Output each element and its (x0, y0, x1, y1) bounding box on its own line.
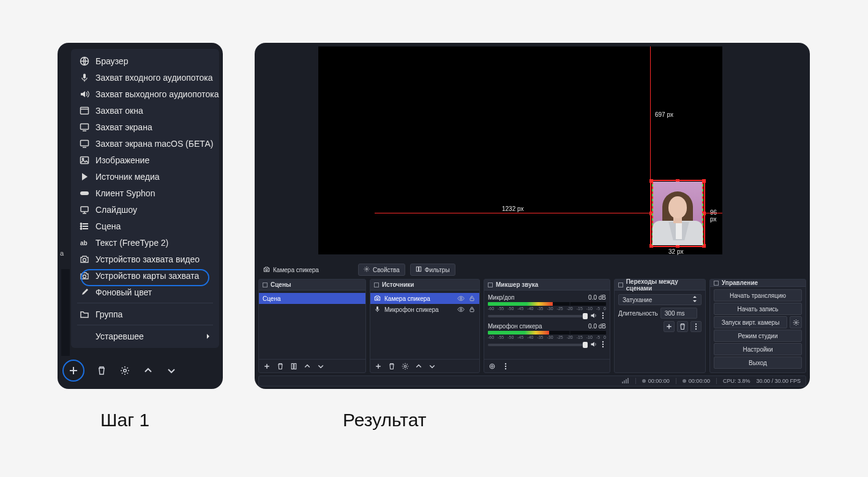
filters-label: Фильтры (425, 267, 450, 273)
menu-card-capture[interactable]: Устройство карты захвата (71, 267, 219, 284)
start-record-button[interactable]: Начать запись (714, 303, 802, 315)
properties-button[interactable]: Свойства (358, 264, 405, 276)
delete-source-button[interactable] (93, 362, 110, 379)
move-down-button[interactable] (163, 362, 180, 379)
add-scene-button[interactable] (261, 361, 272, 372)
menu-display-mac[interactable]: Захват экрана macOS (БЕТА) (71, 135, 219, 152)
speaker-icon[interactable] (590, 341, 597, 349)
menu-scene[interactable]: Сцена (71, 218, 219, 234)
exit-button[interactable]: Выход (714, 357, 802, 369)
dock-icon (263, 283, 268, 287)
speaker-icon[interactable] (590, 312, 597, 320)
menu-window-cap[interactable]: Захват окна (71, 102, 219, 119)
eye-icon[interactable] (457, 306, 465, 313)
svg-point-29 (602, 312, 604, 314)
select-spinner-icon (692, 295, 697, 304)
add-source-button[interactable] (65, 362, 82, 379)
lock-icon[interactable] (468, 295, 476, 302)
move-up-button[interactable] (140, 362, 157, 379)
svg-rect-1 (83, 73, 86, 78)
menu-syphon[interactable]: Клиент Syphon (71, 185, 219, 201)
eye-icon[interactable] (457, 295, 465, 302)
camera-feed (652, 182, 703, 245)
trans-menu-button[interactable] (690, 321, 702, 332)
settings-button[interactable]: Настройки (714, 343, 802, 355)
lock-icon[interactable] (468, 306, 476, 313)
source-settings-button[interactable] (116, 362, 133, 379)
add-source-button[interactable] (373, 361, 384, 372)
menu-video-capture[interactable]: Устройство захвата видео (71, 251, 219, 267)
menu-label: Захват входного аудиопотока (95, 73, 212, 83)
source-label: Камера спикера (384, 295, 430, 302)
transition-select[interactable]: Затухание (618, 294, 702, 305)
start-stream-button[interactable]: Начать трансляцию (714, 289, 802, 301)
panel-header[interactable]: Источники (370, 279, 479, 290)
start-vcam-button[interactable]: Запуск вирт. камеры (714, 316, 787, 328)
menu-display-cap[interactable]: Захват экрана (71, 119, 219, 135)
camera-selection[interactable] (650, 180, 705, 247)
scene-down-button[interactable] (315, 361, 326, 372)
mixer-settings-button[interactable] (487, 361, 498, 372)
status-bar: 00:00:00 00:00:00 CPU: 3.8% 30.00 / 30.0… (258, 375, 806, 386)
scene-filter-button[interactable] (288, 361, 299, 372)
menu-audio-in[interactable]: Захват входного аудиопотока (71, 69, 219, 86)
guide-label-top: 697 px (655, 111, 673, 118)
studio-button[interactable]: Режим студии (714, 330, 802, 342)
ticks: -60-55-50-45-40-35-30-25-20-15-10-50 (488, 335, 606, 339)
menu-text[interactable]: ab Текст (FreeType 2) (71, 234, 219, 251)
source-item[interactable]: Камера спикера (370, 293, 479, 304)
source-down-button[interactable] (427, 361, 438, 372)
menu-deprecated[interactable]: Устаревшее (71, 328, 219, 344)
menu-label: Захват экрана macOS (БЕТА) (95, 139, 213, 149)
svg-point-30 (602, 315, 604, 316)
source-up-button[interactable] (413, 361, 424, 372)
menu-media[interactable]: Источник медиа (71, 168, 219, 185)
volume-slider[interactable] (488, 315, 588, 317)
panel-header[interactable]: Переходы между сценами (615, 279, 705, 290)
menu-group[interactable]: Группа (71, 306, 219, 322)
menu-bgcolor[interactable]: Фоновый цвет (71, 284, 219, 300)
bg-hint: а (60, 250, 64, 257)
scene-up-button[interactable] (302, 361, 313, 372)
menu-audio-out[interactable]: Захват выходного аудиопотока (71, 86, 219, 102)
scene-item[interactable]: Сцена (259, 293, 365, 304)
panel-header[interactable]: Сцены (259, 279, 365, 290)
menu-label: Источник медиа (95, 172, 160, 182)
svg-point-35 (492, 365, 493, 367)
source-props-button[interactable] (400, 361, 411, 372)
trans-add-button[interactable] (664, 321, 675, 332)
channel-name: Микр/доп (488, 294, 514, 301)
del-source-button[interactable] (386, 361, 397, 372)
gamepad-icon (80, 188, 89, 198)
mixer-menu-button[interactable] (500, 361, 511, 372)
kebab-icon[interactable] (600, 312, 606, 320)
volume-slider[interactable] (488, 344, 588, 346)
panel-header[interactable]: Микшер звука (484, 279, 610, 290)
filters-button[interactable]: Фильтры (410, 264, 455, 276)
svg-point-38 (505, 365, 506, 366)
vcam-settings-button[interactable] (790, 316, 802, 328)
menu-slideshow[interactable]: Слайдшоу (71, 201, 219, 218)
menu-separator (77, 303, 213, 303)
preview-canvas[interactable]: 697 px 1232 px 96 px 32 px (318, 46, 722, 254)
menu-label: Сцена (95, 221, 121, 231)
source-item[interactable]: Микрофон спикера (370, 304, 479, 315)
window-icon (80, 106, 89, 116)
svg-point-11 (81, 228, 82, 229)
svg-rect-2 (81, 107, 89, 114)
svg-rect-4 (81, 140, 89, 146)
svg-rect-8 (81, 207, 88, 212)
panel-header[interactable]: Управление (710, 279, 806, 287)
chevron-right-icon (206, 331, 211, 341)
duration-input[interactable]: 300 ms (660, 308, 697, 319)
trans-del-button[interactable] (677, 321, 688, 332)
camera-icon (80, 271, 89, 281)
svg-point-13 (83, 258, 86, 261)
menu-browser[interactable]: Браузер (71, 53, 219, 69)
guide-horizontal (375, 213, 650, 213)
del-scene-button[interactable] (275, 361, 286, 372)
menu-image[interactable]: Изображение (71, 152, 219, 168)
menu-label: Группа (95, 309, 122, 319)
kebab-icon[interactable] (600, 341, 606, 349)
svg-rect-18 (416, 267, 418, 272)
